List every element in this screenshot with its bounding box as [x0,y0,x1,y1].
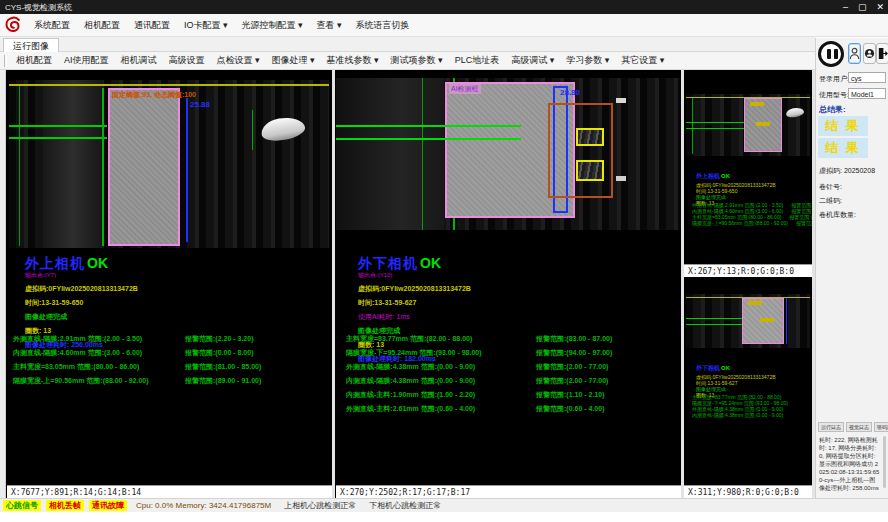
white-roller-object [785,107,804,119]
left-collapsed-splitter[interactable] [0,70,6,498]
log-tabs: 运行日志 视觉日志 喷码日志 [818,422,888,432]
upper-camera-heartbeat-link[interactable]: 上相机心跳检测正常 [284,500,356,511]
mini-measurement-table: 主料宽度=83.77mm 范围:(82.00 - 88.00) 隔膜宽度-下=9… [692,394,810,418]
mini-camera-image-bottom[interactable] [686,294,810,348]
window-title: CYS-视觉检测系统 [5,2,72,13]
close-icon[interactable]: ✕ [876,2,884,12]
tool-spot-check[interactable]: 点检设置 ▾ [211,54,266,67]
tool-advanced-settings[interactable]: 高级设置 [163,54,211,67]
result-box-1: 结 果 [818,116,868,136]
tool-camera-config[interactable]: 相机配置 [10,54,58,67]
mini-view-bottom: 外下相机OK 虚拟码:0FYIiw2025020813313472B 时间:13… [684,280,812,498]
tab-run-image[interactable]: 运行图像 [3,38,59,52]
vcode-value: 20250208 [844,167,875,174]
exit-logout-button[interactable] [876,43,888,64]
user-account-button[interactable] [863,43,876,64]
result-box-2: 结 果 [818,138,868,158]
menu-item-system-config[interactable]: 系统配置 [27,19,77,32]
blue-measure-value: 28.80 [560,88,580,97]
total-result-label: 总结果: [819,104,846,115]
measurement-row: 外测直线-隔膜:2.91mm 范围:(2.00 - 3.50)报警范围:(2.2… [13,334,328,348]
overlay-green-hline-2 [686,324,744,325]
process-done-label: 图像处理完成 [25,312,138,322]
barcode-label: 虚拟码:0FYIiw2025020813313472B [358,284,471,294]
measurement-value: 内测直线-隔膜:4.38mm 范围:(0.00 - 9.00) [692,412,783,418]
measurement-alarm: 报警范围:(94.00 - 97.00) [536,348,612,358]
camera-name-label: 外上相机 [696,173,720,179]
tool-learning-params[interactable]: 学习参数 ▾ [560,54,615,67]
time-label: 时间:13-31-59-650 [25,298,138,308]
membrane-region-box [108,88,180,246]
measurement-value: 隔膜宽度-下=95.24mm 范围:(93.00 - 98.00) [346,348,482,358]
menu-item-language-switch[interactable]: 系统语言切换 [349,19,417,32]
tool-advanced-debug[interactable]: 高级调试 ▾ [505,54,560,67]
tab-run-log[interactable]: 运行日志 [818,422,844,432]
maximize-icon[interactable]: ▢ [858,2,867,12]
measurement-value: 内测直线-隔膜:4.38mm 范围:(0.00 - 9.00) [346,376,475,386]
measurement-alarm: 报警范围:(0.60 - 4.00) [536,404,604,414]
camera-name-label: 外下相机 [696,365,720,371]
camera-image-outer-upper[interactable]: 固定阈值:93, 动态阈值:100 25.88 [9,80,329,248]
measurement-value: 主料宽度=83.77mm 范围:(82.00 - 88.00) [346,334,472,344]
mini-camera-image-top[interactable] [686,94,810,156]
camera-view-outer-lower: AI检测框 28.80 外下相机OK 输出点:(Y10) 虚拟码:0FYIiw2… [336,70,681,498]
mini-annotation-2 [756,122,770,126]
white-roller-object [259,114,306,143]
measurement-row: 内测直线-主料:1.90mm 范围:(1.00 - 2.20)报警范围:(1.1… [346,390,676,404]
camera-status-ok: OK [87,255,108,271]
measurement-row: 隔膜宽度-上=90.56mm 范围:(88.00 - 92.00)报警范围:(8… [13,376,328,390]
ai-time-label: 使用AI耗时: 1ms [358,312,471,322]
mini-view-top: 外上相机OK 虚拟码:0FYIiw2025020813313472B 时间:13… [684,70,812,277]
mini-annotation-1 [748,301,762,305]
mini-measurement-table: 外测直线-隔膜:2.91mm 范围:(2.00 - 3.50)报警范围:(2.2… [692,202,810,226]
camera-status-ok: OK [721,365,730,371]
tool-ai-use-config[interactable]: AI使用配置 [58,54,115,67]
status-bar: 心跳信号 相机丢帧 通讯故障 Cpu: 0.0% Memory: 3424.41… [0,498,888,512]
camera-name-label: 外上相机 [25,255,85,271]
measurement-alarm: 报警范围:(81.00 - 85.00) [185,362,261,372]
control-panel: 登录用户: cys 使用型号: Model1 总结果: 结 果 结 果 虚拟码:… [815,38,888,498]
menu-item-io-card-config[interactable]: IO卡配置 ▾ [177,19,235,32]
menu-item-view[interactable]: 查看 ▾ [310,19,349,32]
mini-annotation-2 [760,318,774,322]
pixel-coords-readout: X:270;Y:2502;R:17;G:17;B:17 [336,485,681,498]
menu-bar: 系统配置 相机配置 通讯配置 IO卡配置 ▾ 光源控制配置 ▾ 查看 ▾ 系统语… [0,14,888,37]
pixel-coords-readout: X:267;Y:13;R:0;G:0;B:0 [684,264,812,277]
mini-annotation-1 [750,102,764,106]
measurement-value: 主料宽度=83.05mm 范围:(80.00 - 86.00) [13,362,139,372]
pause-button[interactable] [818,41,844,67]
tool-baseline-params[interactable]: 基准线参数 ▾ [321,54,385,67]
lower-camera-heartbeat-link[interactable]: 下相机心跳检测正常 [369,500,441,511]
tab-vision-log[interactable]: 视觉日志 [846,422,872,432]
tab-spray-log[interactable]: 喷码日志 [874,422,888,432]
menu-item-light-control[interactable]: 光源控制配置 ▾ [235,19,310,32]
minimize-icon[interactable]: – [843,2,848,12]
measurement-value: 隔膜宽度-上=90.56mm 范围:(88.00 - 92.00) [13,376,149,386]
pixel-coords-readout: X:311;Y:980;R:0;G:0;B:0 [684,485,812,498]
ai-detect-frame-label: AI检测框 [449,84,481,94]
overlay-green-hline-2 [336,138,521,140]
menu-item-camera-config[interactable]: 相机配置 [77,19,127,32]
tool-other-settings[interactable]: 其它设置 ▾ [615,54,670,67]
measurement-value: 外测直线-隔膜:2.91mm 范围:(2.00 - 3.50) [13,334,142,344]
measurement-value: 内测直线-主料:1.90mm 范围:(1.00 - 2.20) [346,390,475,400]
camera-image-outer-lower[interactable]: AI检测框 28.80 [336,78,681,230]
metal-highlight-1 [616,98,626,103]
tool-test-item-params[interactable]: 测试项参数 ▾ [385,54,449,67]
log-scrollbar[interactable] [883,436,886,488]
login-user-button[interactable] [848,43,861,64]
menu-item-comm-config[interactable]: 通讯配置 [127,19,177,32]
measurement-table-outer-lower: 主料宽度=83.77mm 范围:(82.00 - 88.00)报警范围:(83.… [346,334,676,418]
pause-icon [827,49,831,59]
pause-icon [834,49,838,59]
model-field[interactable]: Model1 [848,88,886,99]
tool-plc-address-table[interactable]: PLC地址表 [449,54,506,67]
tool-camera-debug[interactable]: 相机调试 [115,54,163,67]
measurement-row: 内测直线-隔膜:4.38mm 范围:(0.00 - 9.00)报警范围:(2.0… [346,376,676,390]
measurement-alarm: 报警范围:(1.10 - 2.10) [536,390,604,400]
cpu-memory-readout: Cpu: 0.0% Memory: 3424.41796875M [136,501,271,510]
tool-image-processing[interactable]: 图像处理 ▾ [266,54,321,67]
measurement-value: 外测直线-隔膜:4.38mm 范围:(0.00 - 9.00) [346,362,475,372]
splitter-left-center[interactable] [332,70,335,498]
login-user-field[interactable]: cys [848,72,886,83]
